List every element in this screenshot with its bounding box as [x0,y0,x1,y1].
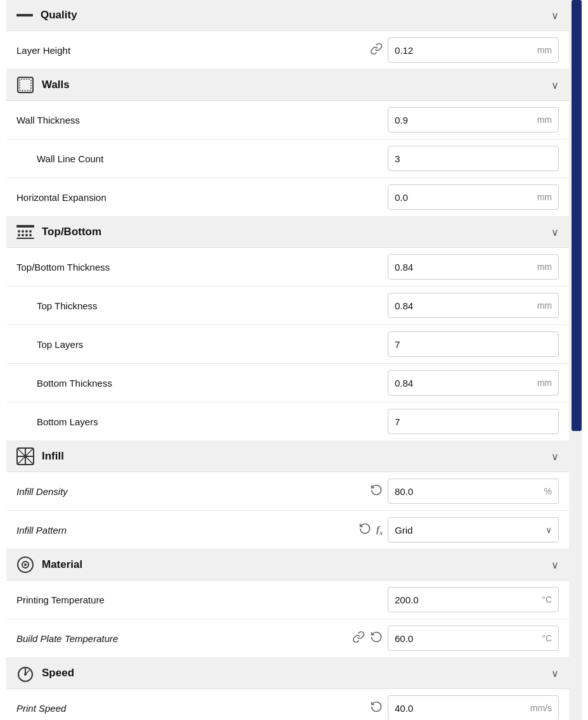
layer-height-input[interactable] [388,45,531,56]
infill-pattern-select[interactable]: Grid ∨ [388,517,559,543]
bottom-layers-label: Bottom Layers [37,416,388,427]
material-chevron: ∨ [551,559,559,571]
topbottom-thickness-input-field: mm [388,254,559,280]
svg-point-3 [18,230,20,233]
infill-pattern-chevron: ∨ [546,525,552,535]
svg-point-7 [18,234,20,236]
build-plate-link-icon[interactable] [352,631,365,646]
walls-chevron: ∨ [551,79,559,91]
infill-density-input-field: % [388,479,559,504]
print-speed-input-field: mm/s [388,695,559,720]
walls-title: Walls [42,79,70,91]
printing-temperature-input-field: °C [388,587,559,612]
print-speed-reset-icon[interactable] [370,700,383,716]
build-plate-reset-icon[interactable] [370,631,383,646]
infill-chevron: ∨ [551,451,559,463]
material-title: Material [42,558,82,571]
speed-chevron: ∨ [551,667,559,679]
infill-pattern-func-icon[interactable]: fx [376,524,383,536]
svg-point-21 [24,673,27,676]
top-layers-row: Top Layers [6,325,569,364]
svg-point-8 [22,234,24,236]
topbottom-icon [16,223,34,241]
wall-thickness-input-field: mm [388,107,559,132]
topbottom-thickness-input[interactable] [388,262,531,273]
infill-pattern-label: Infill Pattern [16,525,359,536]
horizontal-expansion-input[interactable] [388,192,531,203]
infill-pattern-reset-icon[interactable] [359,522,371,538]
printing-temperature-input[interactable] [388,595,535,605]
quality-chevron: ∨ [551,10,559,22]
build-plate-temperature-row: Build Plate Temperature °C [6,619,569,658]
wall-line-count-input[interactable] [388,153,558,164]
bottom-thickness-input[interactable] [388,378,531,389]
topbottom-section-header[interactable]: Top/Bottom ∨ [6,217,569,248]
print-speed-label: Print Speed [16,703,370,714]
top-thickness-label: Top Thickness [37,300,388,311]
infill-density-reset-icon[interactable] [370,484,383,499]
topbottom-thickness-label: Top/Bottom Thickness [16,262,388,273]
scrollbar[interactable] [569,0,582,720]
infill-title: Infill [42,450,64,463]
wall-thickness-unit: mm [531,115,558,125]
print-speed-input[interactable] [388,703,524,714]
layer-height-link-icon[interactable] [370,42,383,58]
top-layers-label: Top Layers [37,339,388,350]
wall-thickness-row: Wall Thickness mm [6,101,569,139]
layer-height-row: Layer Height mm [6,31,569,70]
infill-density-input[interactable] [388,486,538,497]
print-speed-unit: mm/s [524,703,558,713]
horizontal-expansion-row: Horizontal Expansion mm [6,178,569,217]
wall-line-count-row: Wall Line Count [6,139,569,178]
speed-title: Speed [42,667,74,679]
svg-point-4 [22,230,24,233]
printing-temperature-row: Printing Temperature °C [6,581,569,619]
wall-line-count-input-field [388,146,559,171]
svg-point-6 [29,230,32,233]
top-thickness-unit: mm [531,300,558,311]
svg-point-19 [24,563,27,566]
quality-icon [16,6,33,24]
infill-density-unit: % [538,486,558,496]
svg-point-5 [25,230,28,233]
infill-section-header[interactable]: Infill ∨ [6,441,569,472]
horizontal-expansion-input-field: mm [388,184,559,210]
infill-pattern-value: Grid [395,525,412,536]
material-icon [16,556,34,574]
bottom-thickness-label: Bottom Thickness [37,378,388,389]
top-layers-input[interactable] [388,339,558,350]
printing-temperature-unit: °C [535,595,558,605]
top-thickness-input[interactable] [388,300,531,311]
bottom-layers-input-field [388,409,559,434]
infill-pattern-row: Infill Pattern fx Grid ∨ [6,511,569,550]
bottom-layers-input[interactable] [388,416,558,427]
scrollbar-thumb[interactable] [572,0,582,431]
layer-height-unit: mm [531,45,558,55]
bottom-thickness-unit: mm [531,378,558,388]
walls-section-header[interactable]: Walls ∨ [6,70,569,101]
bottom-layers-row: Bottom Layers [6,402,569,441]
svg-point-10 [29,234,32,236]
printing-temperature-label: Printing Temperature [16,595,388,605]
quality-title: Quality [41,9,77,22]
top-thickness-row: Top Thickness mm [6,286,569,325]
print-speed-row: Print Speed mm/s [6,689,569,720]
topbottom-chevron: ∨ [551,226,559,238]
topbottom-thickness-row: Top/Bottom Thickness mm [6,248,569,286]
layer-height-label: Layer Height [16,45,370,56]
wall-thickness-input[interactable] [388,115,531,125]
build-plate-temperature-unit: °C [535,633,558,643]
wall-line-count-label: Wall Line Count [37,153,388,164]
svg-rect-1 [20,79,31,91]
material-section-header[interactable]: Material ∨ [6,550,569,581]
infill-density-row: Infill Density % [6,472,569,511]
infill-icon [16,447,34,465]
topbottom-thickness-unit: mm [531,262,558,272]
svg-rect-11 [16,238,34,239]
quality-section-header[interactable]: Quality ∨ [6,0,569,31]
bottom-thickness-row: Bottom Thickness mm [6,364,569,402]
top-thickness-input-field: mm [388,293,559,318]
build-plate-temperature-input[interactable] [388,633,535,644]
speed-section-header[interactable]: Speed ∨ [6,658,569,689]
top-layers-input-field [388,331,559,357]
